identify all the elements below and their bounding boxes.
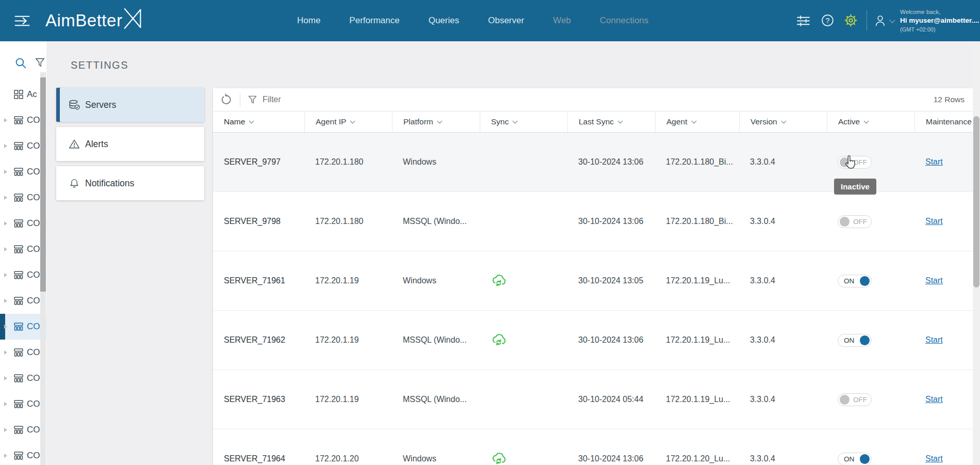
start-maintenance-link[interactable]: Start [925,454,943,463]
expand-icon[interactable] [4,247,7,251]
expand-icon[interactable] [4,325,7,329]
start-maintenance-link[interactable]: Start [925,395,943,404]
column-header-version[interactable]: Version [739,111,827,132]
active-toggle-on[interactable]: ON [838,453,872,465]
sort-chevron-icon [437,118,442,123]
filter-icon[interactable] [35,57,45,68]
search-icon[interactable] [15,57,27,69]
sliders-icon[interactable] [796,15,810,27]
expand-icon[interactable] [4,144,7,148]
columns-icon [13,347,24,358]
version: 3.3.0.4 [739,395,827,404]
brand-logo-mark-icon [123,6,142,30]
sidebar-item-company[interactable]: CO [0,417,46,443]
settings-menu-servers[interactable]: Servers [56,88,204,122]
active-toggle-on[interactable]: ON [838,275,872,287]
agent-ip: 172.20.1.19 [304,276,392,285]
agent-name: 172.20.1.19_Lu... [655,395,739,404]
nav-performance[interactable]: Performance [349,15,399,26]
nav-queries[interactable]: Queries [429,15,460,26]
collapse-menu-icon[interactable] [13,14,31,28]
sidebar-scrollbar-thumb[interactable] [40,77,46,292]
sidebar-item-company[interactable]: CO [0,133,46,159]
table-row: SERVER_9798 172.20.1.180 MSSQL (Windo...… [213,192,973,251]
settings-gear-icon[interactable] [844,13,858,27]
sidebar-item-company[interactable]: CO [0,262,46,288]
page-scrollbar-thumb[interactable] [973,116,979,287]
column-header-maintenance[interactable]: Maintenance [914,111,973,132]
sidebar-item-company[interactable]: CO [0,288,46,314]
settings-menu-alerts[interactable]: Alerts [56,127,204,161]
expand-icon[interactable] [4,196,7,200]
settings-menu-notifications[interactable]: Notifications [56,166,204,200]
sidebar-item-company[interactable]: CO [0,391,46,417]
sidebar-item-company[interactable]: CO [0,159,46,185]
filter-funnel-icon[interactable] [248,95,257,105]
sort-chevron-icon [691,118,696,123]
column-header-agent[interactable]: Agent [655,111,739,132]
user-menu[interactable] [874,14,894,27]
nav-connections[interactable]: Connections [600,15,649,26]
refresh-icon[interactable] [220,93,233,106]
brand-logo[interactable]: AimBetter [45,0,142,41]
page-title: SETTINGS [71,59,128,71]
sidebar-item-company[interactable]: CO [0,107,46,133]
start-maintenance-link[interactable]: Start [925,157,943,166]
sidebar-item-company[interactable]: CO [0,185,46,211]
active-toggle-off[interactable]: OFF [838,393,872,406]
topbar-divider [867,10,867,31]
column-header-agent-ip[interactable]: Agent IP [304,111,392,132]
toolbar-divider [240,93,240,106]
nav-observer[interactable]: Observer [488,15,524,26]
server-name: SERVER_71962 [213,335,304,345]
sidebar-item-company[interactable]: CO [0,211,46,236]
expand-icon[interactable] [4,350,7,355]
expand-icon[interactable] [4,299,7,303]
expand-icon[interactable] [4,118,7,122]
sidebar-tree: Ac CO CO CO CO [0,82,46,465]
agent-name: 172.20.1.19_Lu... [655,335,739,345]
column-header-platform[interactable]: Platform [392,111,480,132]
last-sync: 30-10-2024 13:06 [567,217,655,226]
top-bar: AimBetter Home Performance Queries Obser… [0,0,980,41]
sidebar-item-company[interactable]: CO [0,443,46,465]
sync-cell [480,452,567,465]
sync-cell [480,333,567,347]
active-toggle-off[interactable]: OFF [838,156,872,169]
active-toggle-off[interactable]: OFF [838,215,872,228]
sidebar-item-company[interactable]: CO [0,340,46,365]
expand-icon[interactable] [4,273,7,277]
expand-icon[interactable] [4,402,7,406]
column-header-active[interactable]: Active [827,111,914,132]
agent-name: 172.20.1.19_Lu... [655,276,739,285]
column-header-name[interactable]: Name [213,111,304,132]
sidebar-item-company[interactable]: CO [0,365,46,391]
columns-icon [13,296,24,306]
nav-home[interactable]: Home [297,15,320,26]
nav-web[interactable]: Web [553,15,571,26]
help-icon[interactable] [821,14,834,27]
expand-icon[interactable] [4,221,7,226]
toggle-knob [840,395,850,405]
active-cell: OFF [827,215,914,228]
sidebar-item-company-selected[interactable]: CO [0,314,46,340]
app-window: AimBetter Home Performance Queries Obser… [0,0,980,465]
active-toggle-on[interactable]: ON [838,334,872,347]
sidebar-item-company[interactable]: CO [0,236,46,262]
start-maintenance-link[interactable]: Start [925,276,943,285]
filter-button[interactable]: Filter [263,95,281,104]
column-header-sync[interactable]: Sync [480,111,567,132]
sidebar-item-accounts[interactable]: Ac [0,82,46,107]
sidebar: Ac CO CO CO CO [0,41,46,465]
expand-icon[interactable] [4,454,7,458]
expand-icon[interactable] [4,376,7,380]
agent-name: 172.20.1.180_Bi... [655,157,739,167]
column-header-last-sync[interactable]: Last Sync [567,111,655,132]
maintenance-cell: Start [914,454,973,463]
maintenance-cell: Start [914,335,973,345]
expand-icon[interactable] [4,170,7,174]
server-name: SERVER_9797 [213,157,304,167]
start-maintenance-link[interactable]: Start [925,217,943,226]
start-maintenance-link[interactable]: Start [925,335,943,344]
expand-icon[interactable] [4,428,7,432]
